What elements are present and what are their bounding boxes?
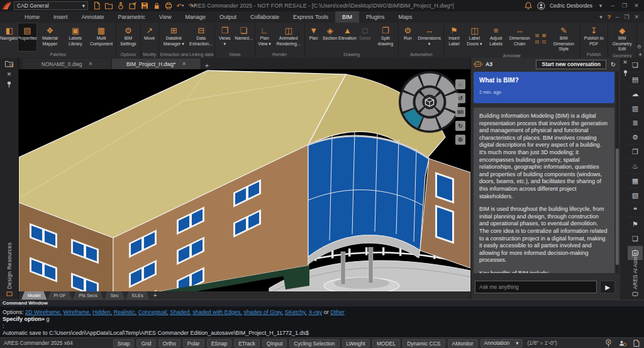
close-icon[interactable]: ✕ bbox=[182, 61, 186, 67]
materials-icon[interactable]: ▦ bbox=[628, 174, 643, 188]
page-settings-icon[interactable]: ⚙ bbox=[628, 130, 643, 145]
label-doors-button[interactable]: ◫Label Doors ▾ bbox=[464, 23, 486, 52]
adjust-labels-button[interactable]: ≡Adjust Labels bbox=[486, 23, 507, 52]
option-link[interactable]: SKetchy, bbox=[285, 309, 307, 315]
label-tool-icon[interactable]: ⊠ bbox=[541, 33, 547, 38]
multi-component-button[interactable]: ▦Multi Component bbox=[87, 23, 116, 51]
datalink-manager-button[interactable]: ⊞Datalink Manager ▾ bbox=[160, 23, 188, 51]
tab-maps[interactable]: Maps bbox=[391, 11, 419, 23]
conversation-area[interactable]: What is BIM? 2 min. ago Building Informa… bbox=[474, 72, 614, 273]
option-link[interactable]: Hidden, bbox=[92, 309, 112, 315]
minimize-panel-button[interactable]: – bbox=[616, 14, 619, 20]
sheet-tab-model[interactable]: Model bbox=[21, 291, 47, 300]
user-name[interactable]: Cedric Desbordes bbox=[550, 3, 592, 9]
run-button[interactable]: ⚙Run bbox=[399, 23, 416, 51]
ask-me-anything-input[interactable] bbox=[475, 281, 597, 293]
drawing-viewport[interactable]: ⌂ ↺ 90 ↻ ⚙ bbox=[19, 69, 470, 291]
tab-bim[interactable]: BIM bbox=[335, 11, 359, 23]
geolocation-icon[interactable] bbox=[604, 339, 613, 347]
dimensions-button[interactable]: ↔Dimensions ▾ bbox=[416, 23, 443, 51]
lweight-toggle[interactable]: LWeight bbox=[342, 339, 370, 347]
cycling-selection-toggle[interactable]: Cycling Selection bbox=[289, 339, 339, 347]
rotate-ccw-button[interactable]: ↺ bbox=[455, 93, 465, 103]
image-icon[interactable]: ▧ bbox=[628, 188, 643, 203]
ribbon-collapse-icon[interactable]: ▾ bbox=[599, 14, 602, 20]
send-button[interactable]: ▶ bbox=[600, 281, 615, 293]
tab-collaborate[interactable]: Collaborate bbox=[243, 11, 286, 23]
option-link[interactable]: Shaded, bbox=[170, 309, 191, 315]
tab-output[interactable]: Output bbox=[213, 11, 243, 23]
new-document-tab-button[interactable]: + bbox=[201, 62, 213, 69]
option-link[interactable]: Wireframe, bbox=[64, 309, 91, 315]
option-link[interactable]: Conceptual, bbox=[138, 309, 169, 315]
properties-palette-icon[interactable]: ▤ bbox=[628, 72, 643, 87]
tab-annotate[interactable]: Annotate bbox=[75, 11, 111, 23]
map-pin-icon[interactable]: ⚑ bbox=[628, 217, 643, 232]
workspace-selector[interactable]: CAD General ▾ bbox=[14, 1, 88, 10]
label-tool-icon[interactable]: ⊞ bbox=[534, 33, 540, 38]
bim-settings-button[interactable]: ⚙BIM Settings bbox=[117, 23, 139, 51]
sheet-tab-sec[interactable]: Sec bbox=[104, 291, 125, 300]
tab-express-tools[interactable]: Express Tools bbox=[286, 11, 335, 23]
design-resources-tab[interactable]: Design Resources bbox=[6, 242, 13, 289]
wheel-settings-button[interactable]: ⚙ bbox=[455, 135, 465, 145]
elevation-button[interactable]: ▲Elevation bbox=[338, 23, 357, 51]
plan-button[interactable]: ▼Plan bbox=[306, 23, 322, 51]
dimension-chain-button[interactable]: ↔Dimension Chain bbox=[507, 23, 533, 52]
doc-tab-bim-project[interactable]: BIM_Project_H.dwg* ✕ bbox=[112, 59, 201, 69]
option-link-other[interactable]: Other bbox=[330, 309, 345, 315]
publish-to-pdf-button[interactable]: ↧Publish to PDF bbox=[581, 23, 607, 51]
navigator-button[interactable]: ◧Navigator bbox=[1, 23, 18, 51]
share-button[interactable] bbox=[116, 1, 125, 11]
blank-page-icon[interactable]: ❏ bbox=[628, 232, 643, 246]
print-button[interactable] bbox=[164, 1, 173, 11]
conversation-history-icon[interactable]: ↻ bbox=[609, 61, 618, 68]
views-button[interactable]: ❐Views ▾ bbox=[216, 23, 233, 51]
option-link[interactable]: X-ray bbox=[309, 309, 323, 315]
sheet-tab-pl-gf[interactable]: Pl GF bbox=[47, 291, 72, 300]
data-extraction-button[interactable]: ⊟Data Extraction... bbox=[188, 23, 214, 51]
amonitor-toggle[interactable]: AMonitor bbox=[448, 339, 478, 347]
ortho-toggle[interactable]: Ortho bbox=[158, 339, 180, 347]
tab-plugins[interactable]: Plugins bbox=[359, 11, 392, 23]
import-button[interactable] bbox=[128, 1, 137, 11]
doc-tab-noname[interactable]: NONAME_0.dwg ✕ bbox=[23, 59, 112, 69]
sheet-tab-pls-secs[interactable]: Pls Secs bbox=[73, 291, 104, 300]
open-file-button[interactable] bbox=[104, 1, 113, 11]
report-icon[interactable]: ≣ bbox=[628, 116, 643, 130]
user-settings-icon[interactable] bbox=[618, 339, 627, 347]
option-link[interactable]: Realistic, bbox=[114, 309, 137, 315]
option-link[interactable]: shades of Gray, bbox=[243, 309, 283, 315]
plan-view-button[interactable]: ∟Plan View ▾ bbox=[256, 23, 274, 51]
home-view-button[interactable]: ⌂ bbox=[455, 79, 465, 89]
option-link[interactable]: 2D Wireframe, bbox=[25, 309, 62, 315]
comment-icon[interactable]: ❝ bbox=[628, 203, 643, 217]
tab-parametric[interactable]: Parametric bbox=[111, 11, 153, 23]
start-new-conversation-button[interactable]: Start new conversation bbox=[536, 60, 606, 69]
cloud-storage-icon[interactable]: ☁ bbox=[628, 87, 643, 101]
bim-geometry-edit-button[interactable]: ◆BIM Geometry Edit bbox=[609, 23, 636, 52]
tab-home[interactable]: Home bbox=[18, 11, 47, 23]
model-toggle[interactable]: MODEL bbox=[372, 339, 400, 347]
named-views-button[interactable]: ❏Named... bbox=[233, 23, 253, 51]
add-sheet-button[interactable]: + bbox=[150, 291, 160, 300]
minimize-button[interactable]: – bbox=[609, 3, 616, 9]
conversation-scrollbar[interactable] bbox=[616, 72, 619, 273]
command-window-title[interactable]: Command Window bbox=[0, 300, 644, 306]
command-window[interactable]: Command Window Options: 2D Wireframe, Wi… bbox=[0, 300, 644, 337]
folder-icon[interactable]: ❐ bbox=[628, 145, 643, 159]
snap-toggle[interactable]: Snap bbox=[113, 339, 135, 347]
section-button[interactable]: ◈Section bbox=[322, 23, 338, 51]
tab-insert[interactable]: Insert bbox=[47, 11, 75, 23]
ribbon-collapse-chevron-icon[interactable]: ▴ bbox=[639, 51, 641, 57]
esnap-toggle[interactable]: ESnap bbox=[207, 339, 232, 347]
close-icon[interactable]: ✕ bbox=[89, 61, 93, 67]
sheet-tab-eles[interactable]: ELEs bbox=[126, 291, 150, 300]
scrollbar-thumb[interactable] bbox=[616, 149, 619, 266]
undo-button[interactable]: ↶▾ bbox=[175, 1, 185, 11]
new-sheet-icon[interactable] bbox=[633, 339, 640, 347]
properties-button[interactable]: ▤Properties bbox=[18, 23, 36, 51]
close-icon[interactable]: ✕ bbox=[7, 71, 12, 77]
insert-label-button[interactable]: ⚑Insert Label bbox=[445, 23, 464, 52]
maximize-button[interactable]: ❐ bbox=[621, 3, 628, 9]
